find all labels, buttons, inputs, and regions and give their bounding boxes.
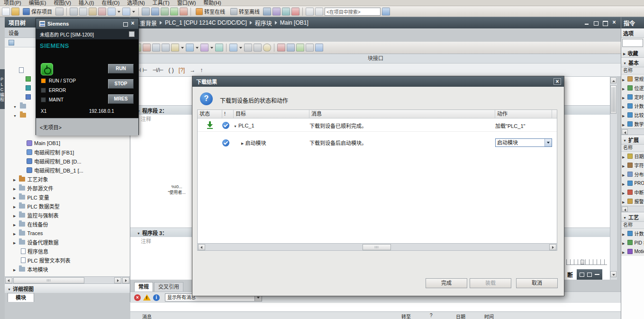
jump-to-network-icon[interactable] [215, 44, 223, 52]
tab-cross-references[interactable]: 交叉引用 [154, 282, 183, 292]
normally-closed-contact-icon[interactable] [152, 67, 163, 73]
menu-window[interactable]: 窗口(W) [173, 0, 200, 6]
menu-help[interactable]: 帮助(H) [200, 0, 225, 6]
breakpoint-icon[interactable] [277, 44, 285, 52]
plcsim-float-icon[interactable] [123, 21, 128, 27]
editor-help-icon[interactable] [315, 44, 323, 52]
expander-icon[interactable] [622, 181, 626, 186]
upload-from-device-icon[interactable] [161, 8, 169, 16]
modify-icon[interactable] [296, 44, 304, 52]
print-icon[interactable] [55, 8, 63, 16]
network-expander-icon[interactable] [137, 230, 142, 236]
block-interface-bar[interactable]: 块接口 [130, 54, 621, 64]
split-editor-horizontal-icon[interactable] [306, 8, 314, 16]
instruction-group-timers[interactable]: 定时器操作 [621, 92, 644, 101]
copy-icon[interactable] [79, 8, 87, 16]
expander-icon[interactable] [13, 203, 17, 209]
expander-icon[interactable] [622, 240, 626, 246]
scroll-left-icon[interactable] [622, 207, 628, 212]
show-comments-icon[interactable] [171, 44, 179, 52]
expander-icon[interactable] [622, 199, 626, 204]
expand-networks-icon[interactable] [152, 44, 160, 52]
plcsim-close-icon[interactable] [130, 21, 136, 27]
result-row-plc1[interactable]: PLC_1 下载到设备已顺利完成。 加载"PLC_1" [198, 119, 557, 132]
tree-item-device-proxy-data[interactable]: 设备代理数据 [5, 237, 130, 246]
section-extended[interactable]: 扩展 [621, 135, 644, 145]
expander-icon[interactable] [622, 172, 626, 177]
tree-item-plc-data-types[interactable]: PLC 数据类型 [5, 201, 130, 210]
update-calls-caret[interactable] [239, 44, 243, 52]
expander-icon[interactable] [13, 185, 17, 191]
scroll-right-icon[interactable] [114, 277, 121, 283]
redo-icon[interactable] [122, 8, 130, 16]
tree-horizontal-scrollbar[interactable] [5, 276, 130, 283]
tree-item-program-info[interactable]: 程序信息 [5, 246, 130, 255]
result-row-start-modules[interactable]: 启动模块 下载到设备后启动模块。 启动模块 [198, 137, 557, 149]
expander-icon[interactable] [13, 194, 17, 200]
project-search-input[interactable] [325, 8, 381, 16]
instruction-group-counters[interactable]: 计数器操作 [621, 101, 644, 110]
minimize-icon[interactable] [584, 20, 590, 26]
open-project-icon[interactable] [11, 8, 19, 16]
menu-tools[interactable]: 工具(T) [149, 0, 173, 6]
favorites-caret[interactable] [210, 44, 214, 52]
load-button[interactable]: 装载 [470, 278, 511, 288]
expander-icon[interactable] [622, 85, 626, 91]
tree-item-traces[interactable]: Traces [5, 228, 130, 237]
operand-display-caret[interactable] [181, 44, 184, 52]
tree-item-online-backups[interactable]: 在线备份 [5, 219, 130, 228]
col-time[interactable]: 时间 [484, 313, 494, 319]
scroll-corner-icon[interactable] [122, 277, 129, 283]
restore-icon[interactable] [593, 20, 599, 26]
zoom-slider[interactable] [566, 259, 607, 265]
go-offline-button[interactable]: 转至离线 [228, 7, 262, 16]
menu-online[interactable]: 在线(O) [98, 0, 123, 6]
instruction-group-counting[interactable]: 计数 [621, 229, 644, 238]
pane-menu-icon[interactable] [595, 274, 599, 275]
expander-icon[interactable] [13, 239, 17, 245]
tree-item-local-modules[interactable]: 本地模块 [5, 264, 130, 273]
instruction-group-date-time[interactable]: 日期和时间 [621, 152, 644, 161]
expander-icon[interactable] [622, 76, 626, 82]
section-favorites[interactable]: 收藏 [621, 48, 644, 58]
editor-settings-icon[interactable] [306, 44, 314, 52]
cut-icon[interactable] [70, 8, 78, 16]
stop-button[interactable]: STOP [108, 79, 134, 89]
new-project-icon[interactable] [2, 8, 10, 16]
dropdown-caret-icon[interactable] [544, 139, 552, 146]
paste-icon[interactable] [89, 8, 97, 16]
section-basic[interactable]: 基本 [621, 58, 644, 67]
expander-icon[interactable] [13, 230, 17, 236]
expander-icon[interactable] [13, 112, 18, 118]
coil-icon[interactable] [169, 67, 174, 73]
start-cpu-icon[interactable] [170, 8, 178, 16]
instruction-group-string[interactable]: 字符串+字符 [621, 161, 644, 170]
error-filter-icon[interactable] [134, 294, 141, 301]
save-project-button[interactable]: 保存项目 [21, 7, 54, 16]
col-alert[interactable]: ! [222, 110, 234, 118]
expander-icon[interactable] [622, 94, 626, 100]
tree-item-db[interactable]: 电磁阀控制_DB [D... [5, 156, 130, 165]
dialog-horizontal-scrollbar[interactable] [197, 243, 557, 251]
pane-split-icon[interactable] [587, 273, 592, 277]
options-row[interactable]: 选项 [621, 28, 644, 38]
close-branch-icon[interactable] [200, 67, 203, 73]
tree-item-plc-tags[interactable]: PLC 变量 [5, 192, 130, 201]
scrollbar-thumb[interactable] [13, 277, 84, 283]
col-fault[interactable]: ? [430, 313, 433, 318]
scroll-down-icon[interactable] [610, 271, 617, 277]
expander-icon[interactable] [622, 190, 626, 195]
tab-module[interactable]: 模块 [8, 293, 34, 302]
instruction-group-profienergy[interactable]: PROFIenergy [621, 179, 644, 188]
tab-general[interactable]: 常规 [134, 282, 153, 292]
col-status[interactable]: 状态 [198, 110, 222, 118]
breadcrumb-program-blocks[interactable]: 程序块 [255, 19, 272, 27]
dialog-close-icon[interactable] [553, 78, 561, 85]
tree-view-icon[interactable] [9, 40, 14, 46]
extended-horizontal-scrollbar[interactable] [621, 206, 644, 212]
absolute-symbolic-icon[interactable] [186, 44, 194, 52]
menu-edit[interactable]: 编辑(E) [25, 0, 50, 6]
split-editor-vertical-icon[interactable] [315, 8, 323, 16]
maximize-icon[interactable] [602, 20, 608, 26]
col-message[interactable]: 消息 [142, 313, 152, 319]
